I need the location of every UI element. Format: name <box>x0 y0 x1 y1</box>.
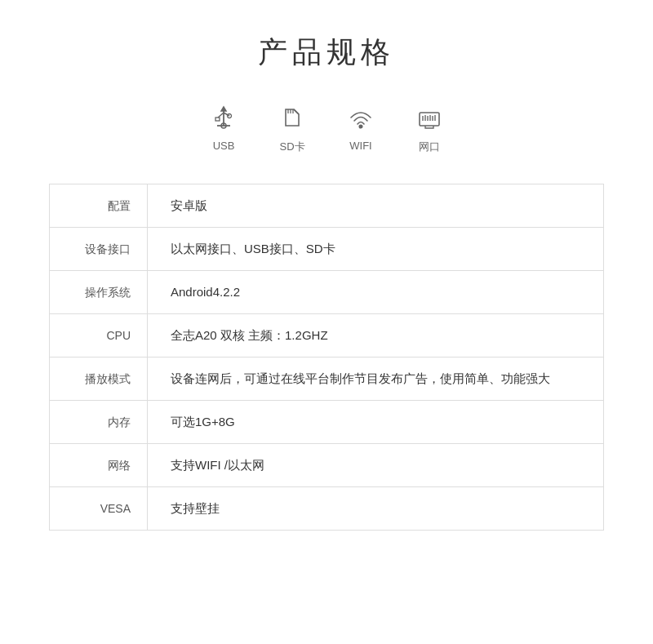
page-title: 产品规格 <box>258 33 395 73</box>
table-row: 网络支持WIFI /以太网 <box>50 444 604 487</box>
wifi-feature: WIFI <box>346 102 375 154</box>
spec-key: VESA <box>50 487 148 531</box>
spec-key: 配置 <box>50 184 148 228</box>
table-row: 内存可选1G+8G <box>50 401 604 444</box>
spec-key: 操作系统 <box>50 271 148 314</box>
spec-value: 安卓版 <box>148 184 604 228</box>
net-port-icon <box>415 102 444 133</box>
specs-table: 配置安卓版设备接口以太网接口、USB接口、SD卡操作系统Android4.2.2… <box>49 184 604 531</box>
spec-value: 以太网接口、USB接口、SD卡 <box>148 228 604 271</box>
wifi-label: WIFI <box>349 140 371 152</box>
sd-icon <box>278 102 307 133</box>
table-row: CPU全志A20 双核 主频：1.2GHZ <box>50 314 604 358</box>
features-icons-row: USB SD卡 WIFI <box>209 102 444 154</box>
svg-marker-7 <box>221 107 226 111</box>
net-label: 网口 <box>419 140 440 154</box>
svg-line-3 <box>218 113 224 118</box>
spec-key: CPU <box>50 314 148 358</box>
spec-value: 全志A20 双核 主频：1.2GHZ <box>148 314 604 358</box>
table-row: 操作系统Android4.2.2 <box>50 271 604 314</box>
sd-label: SD卡 <box>279 140 304 154</box>
table-row: VESA支持壁挂 <box>50 487 604 531</box>
wifi-icon <box>346 102 375 133</box>
spec-key: 设备接口 <box>50 228 148 271</box>
sd-feature: SD卡 <box>278 102 307 154</box>
svg-point-11 <box>359 125 362 128</box>
spec-value: 支持壁挂 <box>148 487 604 531</box>
usb-label: USB <box>213 140 235 152</box>
spec-key: 播放模式 <box>50 358 148 401</box>
table-row: 配置安卓版 <box>50 184 604 228</box>
spec-value: 可选1G+8G <box>148 401 604 444</box>
table-row: 设备接口以太网接口、USB接口、SD卡 <box>50 228 604 271</box>
spec-value: Android4.2.2 <box>148 271 604 314</box>
spec-key: 内存 <box>50 401 148 444</box>
table-row: 播放模式设备连网后，可通过在线平台制作节目发布广告，使用简单、功能强大 <box>50 358 604 401</box>
network-feature: 网口 <box>415 102 444 154</box>
spec-key: 网络 <box>50 444 148 487</box>
usb-feature: USB <box>209 102 238 154</box>
spec-value: 设备连网后，可通过在线平台制作节目发布广告，使用简单、功能强大 <box>148 358 604 401</box>
spec-value: 支持WIFI /以太网 <box>148 444 604 487</box>
usb-icon <box>209 102 238 133</box>
svg-rect-4 <box>215 118 220 121</box>
